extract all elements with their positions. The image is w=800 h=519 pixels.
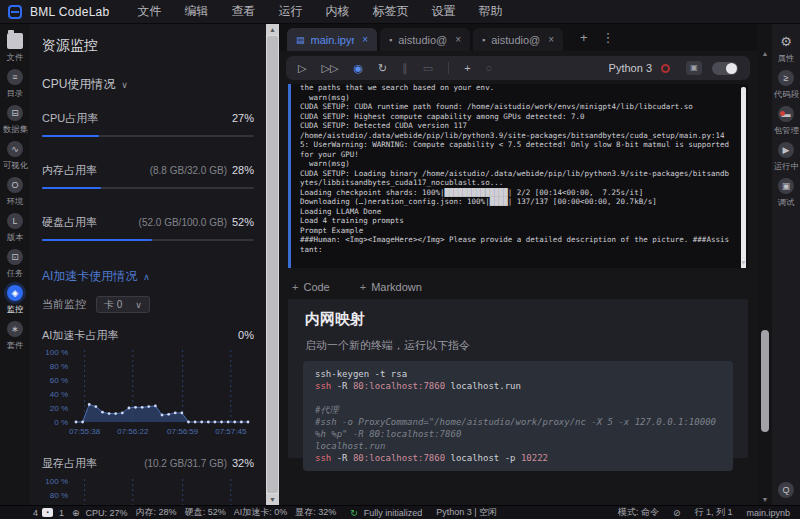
initialized-icon: ↻ [350,508,358,518]
sidebar-item-数据集[interactable]: ⊟数据集 [2,105,29,136]
outline-icon: ≡ [7,69,23,85]
menu-item-运行[interactable]: 运行 [279,3,303,20]
output-line: ###Human: <Img><ImageHere></Img> Please … [300,235,738,245]
cell-actions: +Code +Markdown [292,281,422,293]
markdown-cell[interactable]: 内网映射 启动一个新的终端，运行以下指令 ssh-keygen -t rsass… [288,299,748,458]
run-cell-icon[interactable]: ▷ [298,62,306,75]
sidebar-item-label: 包管理 [774,125,799,137]
sidebar-item-文件[interactable]: 文件 [6,33,24,64]
output-line: for your GPU! [300,150,738,160]
menu-item-内核[interactable]: 内核 [326,3,350,20]
output-scroll-down-icon[interactable]: ▼ [740,259,747,266]
scroll-down-icon[interactable]: ▼ [759,496,771,503]
output-cell[interactable]: the paths that we search based on your e… [288,84,748,268]
menu-item-查看[interactable]: 查看 [232,3,256,20]
panel-scrollbar[interactable]: ▲ ▼ [266,24,279,505]
status-bar: 4 ▪ 1 ⊕ CPU: 27%内存: 28%硬盘: 52%AI加速卡: 0%显… [0,505,800,519]
search-icon[interactable]: Q [778,482,794,498]
run-all-icon[interactable]: ▷▷ [321,62,338,75]
status-硬盘: 硬盘: 52% [185,506,226,519]
cpu-section-header[interactable]: CPU使用情况∨ [42,76,254,93]
tab-main.ipynb[interactable]: ▤main.ipynb× [287,28,377,51]
shortcut-button[interactable]: ▣ [686,61,702,75]
new-tab-button[interactable]: + [580,30,588,45]
svg-text:80 %: 80 % [50,491,68,500]
kernel-count[interactable]: 1 [59,508,64,518]
sidebar-item-包管理[interactable]: ▬包管理 [773,106,800,137]
sidebar-item-版本[interactable]: L版本 [6,213,24,244]
scroll-down-icon[interactable]: ▼ [266,494,279,505]
notebook-scrollbar-thumb[interactable] [761,330,769,432]
code-line: ssh -R 80:localhost:7860 localhost.run [315,380,721,392]
vram-usage-label: 显存占用率 [42,456,144,471]
menu-item-帮助[interactable]: 帮助 [479,3,503,20]
panel-scrollbar-thumb[interactable] [267,36,278,493]
notifications-off-icon[interactable]: ⊘ [673,508,681,518]
sidebar-item-运行中[interactable]: ▶运行中 [773,142,800,173]
sidebar-item-label: 目录 [7,88,24,100]
sidebar-item-可视化[interactable]: ∿可视化 [2,141,29,172]
svg-text:20 %: 20 % [50,404,68,413]
terminal-count[interactable]: 4 [33,508,38,518]
sidebar-item-调试[interactable]: ▣调试 [777,178,795,209]
pause-icon[interactable]: ∥ [402,62,408,75]
add-code-cell-button[interactable]: +Code [292,281,330,293]
notebook-scrollbar[interactable]: ▲ ▼ [759,50,771,503]
add-cell-icon[interactable]: + [464,62,470,74]
scroll-up-icon[interactable]: ▲ [759,50,771,57]
add-markdown-cell-button[interactable]: +Markdown [360,281,422,293]
progress-bar-fill [42,135,99,137]
close-icon[interactable]: × [548,34,554,45]
code-line: ssh -R 80:localhost:7860 localhost -p 10… [315,452,721,464]
sidebar-item-属性[interactable]: ⚙属性 [777,34,795,65]
terminal-badge-icon[interactable]: ▪ [42,508,53,517]
bml-codelab-window: BML CodeLab 文件编辑查看运行内核标签页设置帮助 文件≡目录⊟数据集∿… [0,0,800,519]
sidebar-item-代码段[interactable]: ≥代码段 [773,70,800,101]
save-icon[interactable]: ▭ [423,62,433,75]
sidebar-item-任务[interactable]: ⊡任务 [6,249,24,280]
sidebar-item-套件[interactable]: ∗套件 [6,321,24,352]
kernel-status[interactable]: Python 3 | 空闲 [436,506,497,519]
packages-icon: ▬ [778,106,794,122]
kernel-state-icon[interactable]: ○ [486,62,493,74]
tab-menu-button[interactable]: ⋮ [602,30,615,45]
close-icon[interactable]: × [455,34,461,45]
chevron-up-icon: ∧ [143,272,150,282]
tab-bar: ▤main.ipynb×▪aistudio@j...×▪aistudio@j..… [279,24,757,51]
interrupt-kernel-icon[interactable]: ◉ [353,62,363,75]
card-select[interactable]: 卡 0∨ [96,296,150,313]
menu-item-文件[interactable]: 文件 [138,3,162,20]
sidebar-item-目录[interactable]: ≡目录 [6,69,24,100]
cursor-position[interactable]: 行 1, 列 1 [694,506,732,519]
tab-aistudio@j...[interactable]: ▪aistudio@j...× [380,28,470,51]
close-icon[interactable]: × [362,34,368,45]
svg-text:07:55:38: 07:55:38 [69,427,101,436]
menu-item-编辑[interactable]: 编辑 [185,3,209,20]
vram-usage-title-row: 显存占用率 (10.2 GB/31.7 GB) 32% [42,456,254,471]
menu-item-设置[interactable]: 设置 [432,3,456,20]
output-line: warn(msg) [300,93,738,103]
tab-aistudio@j...[interactable]: ▪aistudio@j...× [473,28,563,51]
code-line: #ssh -o ProxyCommand="/home/aistudio/wor… [315,416,721,440]
terminal-icon: ▪ [389,35,392,45]
output-line: warn(msg) [300,159,738,169]
ai-usage-value: 0% [238,329,254,341]
restart-kernel-icon[interactable]: ↻ [378,62,387,75]
sidebar-item-label: 属性 [778,53,795,65]
kernel-sessions-icon[interactable]: ⊕ [72,508,80,518]
sidebar-item-监控[interactable]: ◈监控 [6,285,24,316]
kernel-name[interactable]: Python 3 [609,62,652,74]
progress-bar-fill [42,239,152,241]
metric-label: 硬盘占用率 [42,215,139,230]
sidebar-item-环境[interactable]: O环境 [6,177,24,208]
monitor-label: 当前监控 [42,297,86,312]
editor-mode[interactable]: 模式: 命令 [618,506,659,519]
output-scrollbar-thumb[interactable] [741,87,746,268]
menu-item-标签页[interactable]: 标签页 [373,3,409,20]
scroll-up-icon[interactable]: ▲ [266,24,279,35]
sidebar-item-label: 套件 [7,340,24,352]
ai-section-header[interactable]: AI加速卡使用情况∧ [42,268,254,285]
ai-usage-title-row: AI加速卡占用率 0% [42,328,254,343]
toolbar-toggle[interactable] [712,62,738,75]
ai-usage-chart: 100 %80 %60 %40 %20 %0 %07:55:3807:56:22… [42,347,258,441]
